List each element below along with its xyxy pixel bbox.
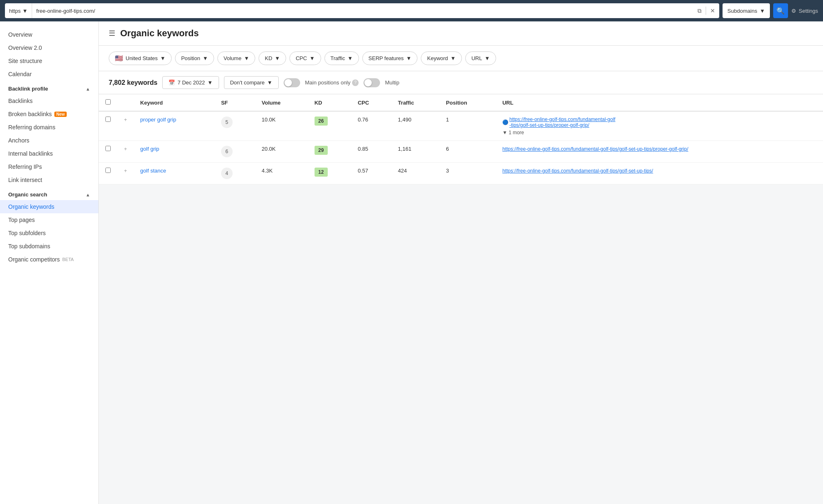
row-checkbox[interactable] bbox=[105, 168, 111, 173]
row-checkbox-cell bbox=[99, 163, 117, 184]
url-input[interactable] bbox=[32, 8, 693, 14]
hamburger-icon[interactable]: ☰ bbox=[109, 29, 115, 38]
chevron-down-icon: ▼ bbox=[275, 55, 280, 61]
sidebar-item-label: Site structure bbox=[8, 58, 42, 64]
url-filter[interactable]: URL ▼ bbox=[465, 51, 496, 65]
th-cpc[interactable]: CPC bbox=[351, 94, 392, 111]
sidebar-item-overview[interactable]: Overview bbox=[0, 28, 98, 41]
row-url-cell: https://free-online-golf-tips.com/fundam… bbox=[496, 163, 823, 184]
sf-badge: 5 bbox=[221, 117, 233, 128]
main-positions-toggle[interactable] bbox=[284, 78, 300, 87]
sidebar-item-label: Overview 2.0 bbox=[8, 44, 42, 51]
th-position[interactable]: Position bbox=[439, 94, 496, 111]
protocol-label: https bbox=[9, 8, 21, 14]
sidebar-item-backlinks[interactable]: Backlinks bbox=[0, 94, 98, 107]
kd-badge: 29 bbox=[315, 146, 328, 155]
section-chevron: ▲ bbox=[86, 86, 90, 91]
volume-filter[interactable]: Volume ▼ bbox=[217, 51, 255, 65]
more-link[interactable]: ▼ 1 more bbox=[502, 130, 816, 135]
help-icon[interactable]: ? bbox=[352, 79, 359, 86]
url-indicator-icon: 🔵 bbox=[502, 119, 508, 125]
date-label: 7 Dec 2022 bbox=[177, 79, 205, 86]
sidebar-item-internal-backlinks[interactable]: Internal backlinks bbox=[0, 147, 98, 160]
sidebar-item-label: Top subdomains bbox=[8, 243, 50, 250]
row-position-cell: 3 bbox=[439, 163, 496, 184]
select-all-checkbox[interactable] bbox=[105, 99, 111, 105]
row-plus-cell[interactable]: + bbox=[117, 111, 134, 141]
th-plus bbox=[117, 94, 134, 111]
cpc-label: CPC bbox=[296, 55, 307, 61]
filter-bar: 🇺🇸 United States ▼ Position ▼ Volume ▼ K… bbox=[99, 46, 823, 71]
url-link[interactable]: https://free-online-golf-tips.com/fundam… bbox=[502, 168, 653, 174]
sidebar-item-organic-keywords[interactable]: Organic keywords bbox=[0, 200, 98, 213]
sidebar-item-label: Top subfolders bbox=[8, 230, 46, 236]
kd-filter[interactable]: KD ▼ bbox=[259, 51, 286, 65]
sidebar-item-label: Broken backlinks bbox=[8, 111, 52, 117]
th-kd[interactable]: KD bbox=[308, 94, 351, 111]
serp-filter[interactable]: SERP features ▼ bbox=[362, 51, 418, 65]
row-checkbox[interactable] bbox=[105, 117, 111, 122]
protocol-dropdown[interactable]: https ▼ bbox=[5, 3, 32, 18]
layout: Overview Overview 2.0 Site structure Cal… bbox=[0, 21, 823, 504]
calendar-icon: 📅 bbox=[168, 79, 175, 86]
sidebar-item-top-subfolders[interactable]: Top subfolders bbox=[0, 226, 98, 240]
sidebar-item-top-pages[interactable]: Top pages bbox=[0, 213, 98, 226]
traffic-filter[interactable]: Traffic ▼ bbox=[324, 51, 359, 65]
th-sf[interactable]: SF bbox=[214, 94, 255, 111]
url-link[interactable]: https://free-online-golf-tips.com/fundam… bbox=[509, 117, 616, 128]
sidebar-item-label: Top pages bbox=[8, 217, 35, 223]
sidebar-item-site-structure[interactable]: Site structure bbox=[0, 54, 98, 68]
row-cpc-cell: 0.57 bbox=[351, 163, 392, 184]
keyword-link[interactable]: proper golf grip bbox=[140, 117, 176, 123]
open-url-button[interactable]: ⧉ bbox=[697, 7, 702, 15]
position-filter[interactable]: Position ▼ bbox=[175, 51, 214, 65]
chevron-down-icon: ▼ bbox=[310, 55, 315, 61]
sidebar-item-overview2[interactable]: Overview 2.0 bbox=[0, 41, 98, 54]
row-plus-cell[interactable]: + bbox=[117, 163, 134, 184]
sidebar-item-referring-ips[interactable]: Referring IPs bbox=[0, 160, 98, 173]
th-url[interactable]: URL bbox=[496, 94, 823, 111]
subdomains-chevron: ▼ bbox=[760, 8, 765, 14]
table-header-row: Keyword SF Volume KD CPC Traffic Positio… bbox=[99, 94, 823, 111]
sidebar-item-link-intersect[interactable]: Link intersect bbox=[0, 173, 98, 187]
settings-button[interactable]: ⚙ Settings bbox=[791, 8, 818, 14]
section-chevron: ▲ bbox=[86, 192, 90, 197]
table-row: + golf grip 6 20.0K 29 0.85 1,161 bbox=[99, 141, 823, 163]
country-filter[interactable]: 🇺🇸 United States ▼ bbox=[109, 51, 172, 65]
keyword-link[interactable]: golf grip bbox=[140, 146, 159, 152]
url-link[interactable]: https://free-online-golf-tips.com/fundam… bbox=[502, 146, 688, 152]
sidebar-item-broken-backlinks[interactable]: Broken backlinks New bbox=[0, 107, 98, 121]
row-plus-cell[interactable]: + bbox=[117, 141, 134, 163]
organic-search-header[interactable]: Organic search ▲ bbox=[0, 187, 98, 200]
row-checkbox[interactable] bbox=[105, 146, 111, 151]
subdomains-dropdown[interactable]: Subdomains ▼ bbox=[723, 3, 770, 18]
main-content: ☰ Organic keywords 🇺🇸 United States ▼ Po… bbox=[99, 21, 823, 504]
compare-button[interactable]: Don't compare ▼ bbox=[224, 76, 279, 89]
sidebar-item-organic-competitors[interactable]: Organic competitors BETA bbox=[0, 253, 98, 266]
th-traffic[interactable]: Traffic bbox=[392, 94, 440, 111]
backlink-profile-header[interactable]: Backlink profile ▲ bbox=[0, 81, 98, 94]
row-kd-cell: 29 bbox=[308, 141, 351, 163]
sidebar-item-top-subdomains[interactable]: Top subdomains bbox=[0, 240, 98, 253]
row-sf-cell: 5 bbox=[214, 111, 255, 141]
search-button[interactable]: 🔍 bbox=[773, 3, 788, 18]
row-sf-cell: 4 bbox=[214, 163, 255, 184]
close-url-button[interactable]: ✕ bbox=[709, 7, 716, 15]
sidebar-item-calendar[interactable]: Calendar bbox=[0, 68, 98, 81]
toolbar: 7,802 keywords 📅 7 Dec 2022 ▼ Don't comp… bbox=[99, 71, 823, 94]
date-picker-button[interactable]: 📅 7 Dec 2022 ▼ bbox=[162, 76, 219, 89]
row-kd-cell: 26 bbox=[308, 111, 351, 141]
sidebar-item-anchors[interactable]: Anchors bbox=[0, 134, 98, 147]
sidebar-item-referring-domains[interactable]: Referring domains bbox=[0, 121, 98, 134]
keyword-link[interactable]: golf stance bbox=[140, 168, 166, 174]
kd-badge: 12 bbox=[315, 168, 328, 177]
row-position-cell: 6 bbox=[439, 141, 496, 163]
multi-toggle[interactable] bbox=[364, 78, 380, 87]
th-keyword[interactable]: Keyword bbox=[134, 94, 214, 111]
page-header: ☰ Organic keywords bbox=[99, 21, 823, 46]
sidebar-item-label: Backlinks bbox=[8, 98, 33, 104]
th-volume[interactable]: Volume bbox=[255, 94, 308, 111]
cpc-filter[interactable]: CPC ▼ bbox=[289, 51, 321, 65]
keyword-filter[interactable]: Keyword ▼ bbox=[421, 51, 462, 65]
keyword-label: Keyword bbox=[427, 55, 448, 61]
